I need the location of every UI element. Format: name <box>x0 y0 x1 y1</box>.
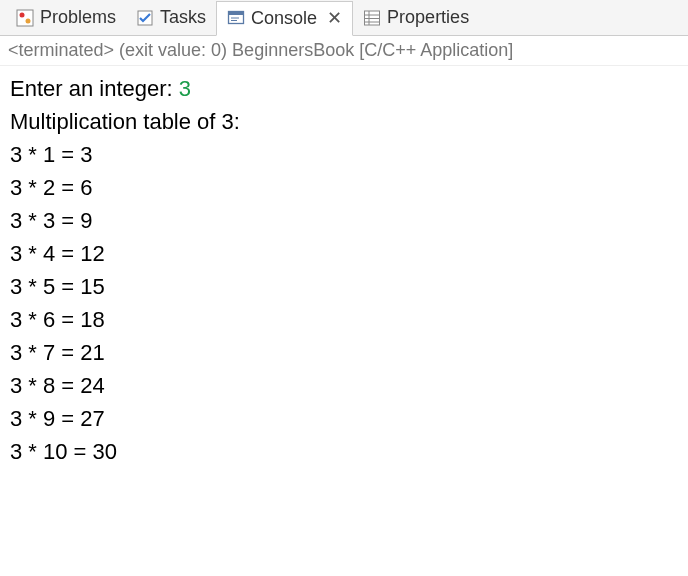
table-row: 3 * 2 = 6 <box>10 171 678 204</box>
status-bar: <terminated> (exit value: 0) BeginnersBo… <box>0 36 688 66</box>
tab-console-label: Console <box>251 8 317 29</box>
tab-properties[interactable]: Properties <box>353 0 479 35</box>
close-icon[interactable]: ✕ <box>327 7 342 29</box>
table-row: 3 * 8 = 24 <box>10 369 678 402</box>
svg-point-2 <box>26 18 31 23</box>
console-output: Enter an integer: 3 Multiplication table… <box>0 66 688 474</box>
svg-rect-0 <box>17 10 33 26</box>
tab-tasks[interactable]: Tasks <box>126 0 216 35</box>
user-input: 3 <box>179 76 191 101</box>
tab-problems-label: Problems <box>40 7 116 28</box>
table-row: 3 * 4 = 12 <box>10 237 678 270</box>
table-row: 3 * 5 = 15 <box>10 270 678 303</box>
prompt-line: Enter an integer: 3 <box>10 72 678 105</box>
problems-icon <box>16 9 34 27</box>
table-row: 3 * 3 = 9 <box>10 204 678 237</box>
tasks-icon <box>136 9 154 27</box>
table-row: 3 * 10 = 30 <box>10 435 678 468</box>
table-header: Multiplication table of 3: <box>10 105 678 138</box>
tab-tasks-label: Tasks <box>160 7 206 28</box>
console-icon <box>227 9 245 27</box>
prompt-text: Enter an integer: <box>10 76 179 101</box>
svg-rect-5 <box>229 12 244 16</box>
tab-problems[interactable]: Problems <box>6 0 126 35</box>
terminated-status: <terminated> (exit value: 0) BeginnersBo… <box>8 40 513 60</box>
table-row: 3 * 7 = 21 <box>10 336 678 369</box>
table-row: 3 * 1 = 3 <box>10 138 678 171</box>
table-row: 3 * 6 = 18 <box>10 303 678 336</box>
properties-icon <box>363 9 381 27</box>
tab-bar: Problems Tasks Console ✕ <box>0 0 688 36</box>
tab-properties-label: Properties <box>387 7 469 28</box>
svg-point-1 <box>20 12 25 17</box>
tab-console[interactable]: Console ✕ <box>216 1 353 36</box>
table-row: 3 * 9 = 27 <box>10 402 678 435</box>
